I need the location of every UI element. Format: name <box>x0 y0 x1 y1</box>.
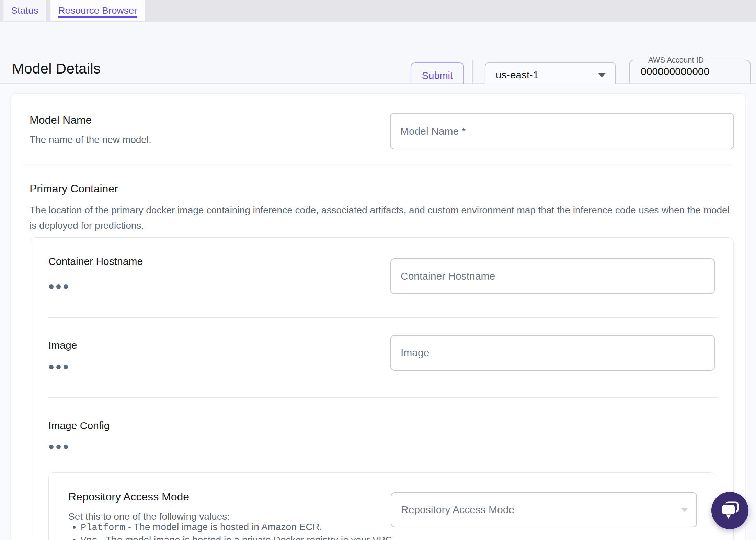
ellipsis-icon <box>49 445 54 449</box>
aws-account-id-fieldset: AWS Account ID <box>629 56 751 88</box>
tab-resource-browser[interactable]: Resource Browser <box>50 0 145 21</box>
tab-status[interactable]: Status <box>3 0 46 21</box>
model-name-description: The name of the new model. <box>30 134 151 145</box>
region-select-value: us-east-1 <box>485 69 539 81</box>
chat-bubbles-icon <box>719 500 741 520</box>
row-divider <box>48 317 717 318</box>
model-name-input[interactable] <box>390 113 734 149</box>
repository-access-mode-options-list: Platform - The model image is hosted in … <box>68 521 395 540</box>
image-config-expand-options-button[interactable] <box>48 443 69 450</box>
chevron-down-icon <box>598 73 606 78</box>
image-label: Image <box>48 339 77 351</box>
container-hostname-expand-options-button[interactable] <box>48 283 69 290</box>
tab-status-label: Status <box>11 5 38 16</box>
ellipsis-icon <box>49 284 54 289</box>
primary-container-card: Container Hostname Image Image Config Re… <box>31 237 734 540</box>
repository-access-mode-label: Repository Access Mode <box>68 491 189 503</box>
image-input[interactable] <box>390 335 715 371</box>
chat-widget-button[interactable] <box>711 492 748 529</box>
repository-access-mode-input[interactable] <box>391 492 697 527</box>
ellipsis-icon <box>49 365 54 369</box>
repository-access-mode-select[interactable] <box>391 492 697 527</box>
list-item: Platform - The model image is hosted in … <box>81 521 395 534</box>
tab-resource-browser-label: Resource Browser <box>58 5 137 16</box>
image-config-card: Repository Access Mode Set this to one o… <box>48 472 715 540</box>
model-details-card: Model Name The name of the new model. Pr… <box>11 93 745 540</box>
page-title: Model Details <box>12 60 101 77</box>
row-divider <box>48 397 717 398</box>
tab-bar: Status Resource Browser <box>0 0 756 22</box>
image-expand-options-button[interactable] <box>48 363 69 371</box>
aws-account-id-label: AWS Account ID <box>645 56 707 65</box>
primary-container-description: The location of the primary docker image… <box>30 202 731 233</box>
section-divider <box>23 165 733 165</box>
model-name-label: Model Name <box>30 114 92 126</box>
image-config-label: Image Config <box>48 420 110 431</box>
list-item: Vpc - The model image is hosted in a pri… <box>81 534 395 540</box>
aws-account-id-input[interactable] <box>640 65 737 78</box>
container-hostname-input[interactable] <box>390 258 715 294</box>
container-hostname-label: Container Hostname <box>48 256 143 267</box>
primary-container-label: Primary Container <box>30 182 118 195</box>
page-header: Model Details SGM / Create Model Submit … <box>0 22 756 84</box>
